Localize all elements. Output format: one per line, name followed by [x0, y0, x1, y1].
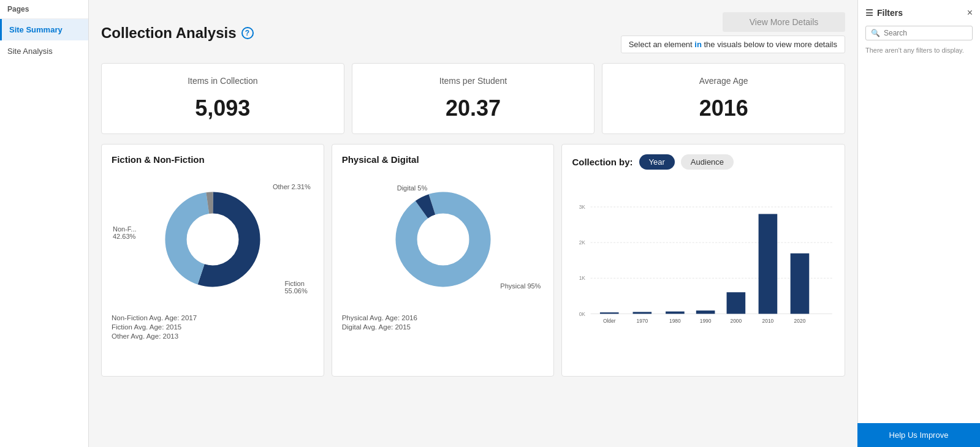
bar-2010	[759, 214, 778, 314]
stat-value-0: 5,093	[195, 96, 250, 121]
bar-2020	[791, 254, 810, 314]
tab-year-button[interactable]: Year	[639, 154, 675, 170]
x-label-2010: 2010	[762, 318, 774, 324]
physical-chart-title: Physical & Digital	[342, 154, 544, 165]
help-improve-button[interactable]: Help Us Improve	[857, 423, 980, 447]
stats-row: Items in Collection 5,093 Items per Stud…	[101, 63, 845, 134]
no-filters-text: There aren't any filters to display.	[865, 47, 973, 54]
sidebar-item-site-summary[interactable]: Site Summary	[0, 19, 88, 40]
stat-value-1: 20.37	[446, 96, 501, 121]
stat-card-items-in-collection: Items in Collection 5,093	[101, 63, 344, 134]
sidebar-pages-header: Pages	[0, 0, 88, 19]
physical-donut-hole	[417, 214, 469, 265]
stat-label-1: Items per Student	[439, 76, 507, 86]
stat-card-items-per-student: Items per Student 20.37	[352, 63, 595, 134]
physical-label-digital: Digital 5%	[397, 184, 428, 192]
filter-icon: ☰	[865, 8, 873, 18]
physical-label-physical: Physical 95%	[500, 282, 541, 290]
fiction-chart-card: Fiction & Non-Fiction	[101, 144, 324, 377]
bar-chart-area: 3K 2K 1K 0K	[572, 177, 835, 363]
search-icon: 🔍	[871, 29, 880, 37]
bar-chart-svg: 3K 2K 1K 0K	[572, 177, 835, 361]
filters-close-button[interactable]: ×	[967, 7, 973, 18]
sidebar-item-site-analysis[interactable]: Site Analysis	[0, 40, 88, 62]
fiction-donut-container: Other 2.31% Non-F...42.63% Fiction55.06%	[112, 172, 314, 307]
physical-donut-svg	[388, 184, 498, 295]
x-label-2000: 2000	[731, 318, 742, 324]
fiction-label-other: Other 2.31%	[273, 183, 311, 190]
header-right: View More Details Select an element in t…	[621, 12, 845, 53]
fiction-label-fiction: Fiction55.06%	[284, 280, 307, 295]
donut-hole	[187, 214, 238, 265]
physical-legend: Physical Avg. Age: 2016 Digital Avg. Age…	[342, 314, 544, 331]
bar-2000	[727, 292, 746, 314]
help-icon[interactable]: ?	[241, 27, 254, 39]
fiction-chart-title: Fiction & Non-Fiction	[112, 154, 314, 165]
physical-chart-card: Physical & Digital Digital 5% Physical 9…	[332, 144, 555, 377]
stat-label-0: Items in Collection	[188, 76, 257, 86]
bar-older	[600, 312, 619, 314]
bar-1990	[696, 310, 715, 314]
page-title: Collection Analysis ?	[101, 24, 254, 42]
bar-chart-header: Collection by: Year Audience	[572, 154, 835, 170]
x-label-2020: 2020	[794, 318, 806, 324]
stat-value-2: 2016	[699, 96, 748, 121]
sidebar: Pages Site Summary Site Analysis	[0, 0, 89, 447]
stat-card-average-age: Average Age 2016	[602, 63, 845, 134]
bar-chart-card: Collection by: Year Audience 3K 2K 1K 0K	[561, 144, 845, 377]
stat-label-2: Average Age	[699, 76, 748, 86]
bar-1970	[633, 312, 652, 314]
view-more-button[interactable]: View More Details	[723, 12, 845, 32]
select-hint: Select an element in the visuals below t…	[621, 36, 845, 53]
main-content: Collection Analysis ? View More Details …	[89, 0, 857, 447]
filters-panel: ☰ Filters × 🔍 There aren't any filters t…	[857, 0, 980, 447]
y-label-3k: 3K	[579, 204, 586, 210]
main-header: Collection Analysis ? View More Details …	[101, 12, 845, 53]
x-label-1970: 1970	[637, 318, 648, 324]
x-label-older: Older	[603, 318, 616, 324]
physical-donut-container: Digital 5% Physical 95%	[342, 172, 544, 307]
filters-header: ☰ Filters ×	[865, 7, 973, 18]
fiction-label-nonfiction: Non-F...42.63%	[113, 225, 137, 240]
y-label-2k: 2K	[579, 239, 586, 246]
filter-search-box: 🔍	[865, 26, 973, 40]
bar-1980	[666, 312, 685, 314]
y-label-1k: 1K	[579, 275, 586, 281]
charts-row: Fiction & Non-Fiction	[101, 144, 845, 377]
filters-title: ☰ Filters	[865, 8, 903, 18]
tab-audience-button[interactable]: Audience	[681, 154, 734, 170]
x-label-1980: 1980	[669, 318, 681, 324]
x-label-1990: 1990	[700, 318, 712, 324]
filter-search-input[interactable]	[884, 29, 967, 37]
y-label-0k: 0K	[579, 311, 586, 317]
fiction-donut-svg	[158, 184, 268, 295]
fiction-legend: Non-Fiction Avg. Age: 2017 Fiction Avg. …	[112, 314, 314, 340]
